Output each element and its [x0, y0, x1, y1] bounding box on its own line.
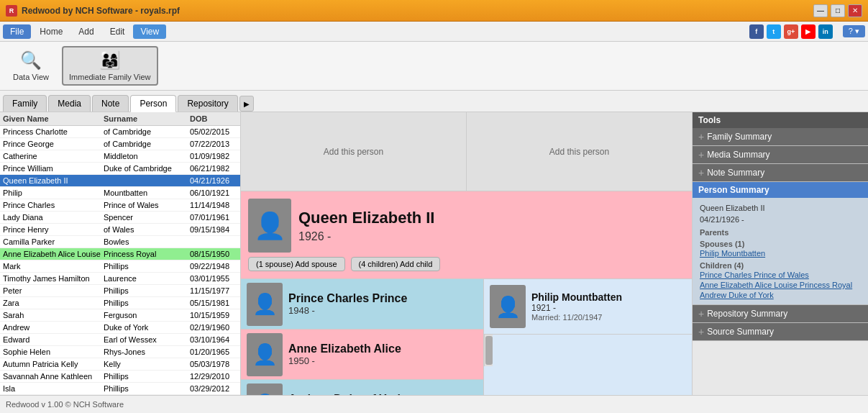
- list-row[interactable]: PeterPhillips11/15/1977: [0, 285, 240, 297]
- menu-file[interactable]: File: [3, 24, 31, 39]
- list-row[interactable]: Queen Elizabeth II04/21/1926: [0, 175, 240, 187]
- spouse-dates: 1921 -: [531, 303, 686, 313]
- list-row[interactable]: Prince WilliamDuke of Cambridge06/21/198…: [0, 163, 240, 175]
- minimize-button[interactable]: —: [813, 4, 828, 17]
- person-summary-spouse-link[interactable]: Philip Mountbatten: [700, 248, 861, 258]
- child-avatar-icon-1: 👤: [252, 342, 278, 366]
- person-summary-child-link-2[interactable]: Andrew Duke of York: [700, 290, 861, 300]
- person-summary-parents-label: Parents: [700, 228, 861, 237]
- source-summary-header[interactable]: + Source Summary: [693, 323, 868, 340]
- list-cell-surname: Kelly: [104, 360, 190, 368]
- person-summary-child-link-0[interactable]: Prince Charles Prince of Wales: [700, 270, 861, 280]
- list-row[interactable]: Prince Henryof Wales09/15/1984: [0, 224, 240, 236]
- list-row[interactable]: Princess Charlotteof Cambridge05/02/2015: [0, 126, 240, 138]
- help-button[interactable]: ? ▾: [843, 25, 865, 37]
- child-card-1[interactable]: 👤 Anne Elizabeth Alice 1950 -: [241, 330, 483, 380]
- child-avatar-1: 👤: [247, 333, 283, 376]
- menu-right-area: f t g+ ▶ in ? ▾: [749, 24, 865, 39]
- list-cell-surname: Spencer: [104, 213, 190, 222]
- list-row[interactable]: EdwardEarl of Wessex03/10/1964: [0, 334, 240, 346]
- children-spouse-area: 👤 Prince Charles Prince 1948 - 👤 Anne El…: [241, 279, 692, 395]
- add-child-button[interactable]: (4 children) Add child: [351, 257, 441, 271]
- person-summary-child-link-1[interactable]: Anne Elizabeth Alice Louise Princess Roy…: [700, 280, 861, 290]
- family-summary-header[interactable]: + Family Summary: [693, 128, 868, 145]
- child-name-1: Anne Elizabeth Alice: [288, 342, 401, 355]
- tools-header: Tools: [693, 112, 868, 128]
- tab-repository[interactable]: Repository: [178, 95, 237, 112]
- maximize-button[interactable]: □: [831, 4, 845, 17]
- child-card-2[interactable]: 👤 Andrew Duke of York 1960 -: [241, 380, 483, 395]
- list-cell-given: Catherine: [3, 152, 104, 160]
- header-surname: Surname: [104, 114, 190, 123]
- tab-family[interactable]: Family: [3, 95, 47, 112]
- list-cell-surname: Phillips: [104, 262, 190, 271]
- facebook-icon[interactable]: f: [749, 24, 764, 39]
- list-row[interactable]: Timothy James HamiltonLaurence03/01/1955: [0, 273, 240, 285]
- child-info-1: Anne Elizabeth Alice 1950 -: [288, 342, 401, 366]
- tab-media[interactable]: Media: [48, 95, 91, 112]
- note-summary-expand-icon: +: [698, 167, 704, 178]
- tab-note[interactable]: Note: [92, 95, 129, 112]
- scrollbar-track: [484, 335, 493, 366]
- add-spouse-button[interactable]: (1 spouse) Add spouse: [248, 257, 345, 271]
- list-cell-dob: 09/15/1984: [190, 225, 241, 234]
- child-name-2: Andrew Duke of York: [288, 393, 403, 395]
- title-text: Redwood by NCH Software - royals.rpf: [22, 6, 180, 16]
- menu-view[interactable]: View: [133, 24, 166, 39]
- list-row[interactable]: SarahFerguson10/15/1959: [0, 309, 240, 322]
- youtube-icon[interactable]: ▶: [801, 24, 816, 39]
- repository-summary-header[interactable]: + Repository Summary: [693, 305, 868, 322]
- list-row[interactable]: Prince CharlesPrince of Wales11/14/1948: [0, 199, 240, 212]
- menu-edit[interactable]: Edit: [103, 24, 132, 39]
- googleplus-icon[interactable]: g+: [784, 24, 798, 39]
- list-row[interactable]: MarkPhillips09/22/1948: [0, 260, 240, 273]
- list-row[interactable]: Anne Elizabeth Alice LouisePrincess Roya…: [0, 248, 240, 260]
- media-summary-header[interactable]: + Media Summary: [693, 146, 868, 163]
- list-cell-dob: 04/21/1926: [190, 176, 241, 185]
- list-cell-dob: 12/29/2010: [190, 372, 241, 381]
- list-cell-surname: Duke of Cambridge: [104, 164, 190, 173]
- tab-person[interactable]: Person: [130, 95, 176, 112]
- add-parent-1[interactable]: Add this person: [241, 112, 467, 191]
- close-button[interactable]: ✕: [848, 4, 862, 17]
- immediate-family-label: Immediate Family View: [69, 73, 151, 81]
- menu-bar: File Home Add Edit View f t g+ ▶ in ? ▾: [0, 22, 868, 42]
- repository-summary-expand-icon: +: [698, 308, 704, 319]
- source-summary-label: Source Summary: [707, 327, 774, 337]
- list-row[interactable]: CatherineMiddleton01/09/1982: [0, 150, 240, 163]
- list-row[interactable]: Savannah Anne KathleenPhillips12/29/2010: [0, 371, 240, 383]
- menu-add[interactable]: Add: [71, 24, 101, 39]
- list-row[interactable]: Autumn Patricia KellyKelly05/03/1978: [0, 358, 240, 371]
- child-card-0[interactable]: 👤 Prince Charles Prince 1948 -: [241, 279, 483, 330]
- list-row[interactable]: PhilipMountbatten06/10/1921: [0, 187, 240, 199]
- data-view-button[interactable]: 🔍 Data View: [6, 47, 56, 85]
- menu-home[interactable]: Home: [32, 24, 70, 39]
- list-row[interactable]: ZaraPhillips05/15/1981: [0, 297, 240, 309]
- list-row[interactable]: AndrewDuke of York02/19/1960: [0, 322, 240, 334]
- twitter-icon[interactable]: t: [767, 24, 781, 39]
- list-row[interactable]: Camilla ParkerBowles: [0, 236, 240, 248]
- child-dates-0: 1948 -: [288, 305, 407, 316]
- spouse-card-0[interactable]: 👤 Philip Mountbatten 1921 - Married: 11/…: [484, 279, 692, 335]
- list-row[interactable]: IslaPhillips03/29/2012: [0, 383, 240, 395]
- list-cell-dob: 01/20/1965: [190, 348, 241, 356]
- list-header: Given Name Surname DOB: [0, 112, 240, 126]
- list-cell-given: Peter: [3, 286, 104, 295]
- child-info-0: Prince Charles Prince 1948 -: [288, 292, 407, 316]
- app-icon: R: [6, 5, 17, 17]
- list-row[interactable]: Sophie HelenRhys-Jones01/20/1965: [0, 346, 240, 358]
- list-cell-dob: 05/03/1978: [190, 360, 241, 368]
- note-summary-header[interactable]: + Note Summary: [693, 164, 868, 181]
- data-view-label: Data View: [13, 73, 49, 81]
- add-parent-2[interactable]: Add this person: [467, 112, 692, 191]
- list-cell-surname: Duke of York: [104, 323, 190, 332]
- immediate-family-button[interactable]: 👨‍👩‍👧 Immediate Family View: [62, 46, 158, 86]
- list-cell-surname: Phillips: [104, 384, 190, 393]
- linkedin-icon[interactable]: in: [818, 24, 833, 39]
- tab-scroll-right[interactable]: ▶: [239, 96, 254, 112]
- list-cell-given: Anne Elizabeth Alice Louise: [3, 250, 104, 258]
- scrollbar-thumb[interactable]: [485, 336, 493, 365]
- list-row[interactable]: Prince Georgeof Cambridge07/22/2013: [0, 138, 240, 150]
- list-cell-surname: Phillips: [104, 299, 190, 307]
- list-row[interactable]: Lady DianaSpencer07/01/1961: [0, 212, 240, 224]
